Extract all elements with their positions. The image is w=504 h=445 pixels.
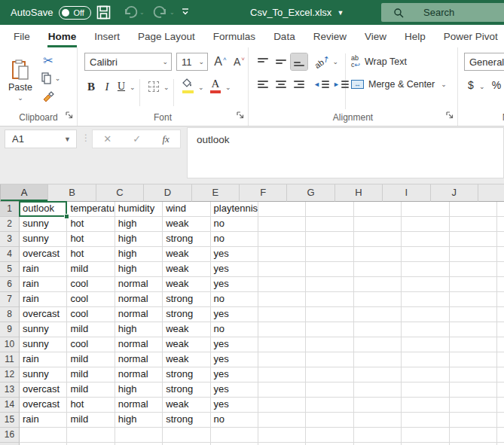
cell-J13[interactable] [450, 383, 497, 398]
cell-F16[interactable] [258, 428, 306, 443]
cell-K8[interactable] [497, 307, 504, 322]
column-header-F[interactable]: F [240, 184, 287, 202]
cell-K10[interactable] [497, 337, 504, 352]
cell-I4[interactable] [402, 247, 449, 262]
cell-J9[interactable] [450, 322, 497, 337]
cell-I7[interactable] [402, 292, 449, 307]
cell-A10[interactable]: sunny [20, 337, 67, 352]
cell-G3[interactable] [306, 232, 353, 247]
cell-I9[interactable] [402, 322, 449, 337]
cell-E1[interactable]: playtennis [211, 202, 258, 217]
cell-K15[interactable] [497, 413, 504, 428]
cell-J6[interactable] [450, 277, 497, 292]
cell-G16[interactable] [306, 428, 353, 443]
autosave-toggle[interactable]: Off [59, 6, 90, 20]
increase-font-size-button[interactable]: A˄ [212, 53, 229, 71]
cell-J12[interactable] [450, 367, 497, 383]
formula-bar-drag-handle[interactable]: ⋮ [81, 133, 90, 143]
cell-D9[interactable]: weak [163, 322, 210, 337]
fill-handle[interactable] [64, 214, 69, 219]
merge-center-button[interactable]: ↔ Merge & Center ⌄ [351, 76, 452, 93]
cut-button[interactable]: ✂ [39, 52, 57, 69]
cell-H1[interactable] [354, 202, 402, 217]
tab-view[interactable]: View [356, 25, 396, 47]
cell-D14[interactable]: weak [163, 398, 210, 413]
save-button[interactable] [96, 5, 111, 20]
cell-F4[interactable] [258, 247, 306, 262]
cell-C3[interactable]: high [115, 232, 163, 247]
cell-C16[interactable] [115, 428, 163, 443]
cell-J2[interactable] [450, 217, 497, 232]
column-header-B[interactable]: B [48, 184, 96, 202]
bold-button[interactable]: B [84, 78, 99, 96]
cell-I16[interactable] [402, 428, 449, 443]
cell-I15[interactable] [402, 413, 449, 428]
cancel-icon[interactable]: ✕ [103, 133, 111, 145]
tab-power-pivot[interactable]: Power Pivot [435, 25, 504, 47]
cell-G6[interactable] [306, 277, 353, 292]
cell-B10[interactable]: cool [67, 337, 115, 352]
cell-E12[interactable]: yes [211, 367, 258, 383]
cell-A9[interactable]: sunny [20, 322, 67, 337]
cell-G11[interactable] [306, 352, 353, 367]
cell-K11[interactable] [497, 352, 504, 367]
cell-H12[interactable] [354, 367, 402, 383]
cell-D4[interactable]: weak [163, 247, 210, 262]
cell-H14[interactable] [354, 398, 402, 413]
cell-C4[interactable]: high [115, 247, 163, 262]
cell-C11[interactable]: normal [115, 352, 163, 367]
cell-C13[interactable]: high [115, 383, 163, 398]
cell-G15[interactable] [306, 413, 353, 428]
cell-C14[interactable]: normal [115, 398, 163, 413]
select-all-button[interactable] [0, 184, 1, 202]
cell-D6[interactable]: weak [163, 277, 210, 292]
cell-H5[interactable] [354, 262, 402, 277]
cell-E16[interactable] [211, 428, 258, 443]
cell-F7[interactable] [258, 292, 306, 307]
cell-C12[interactable]: normal [115, 367, 163, 383]
cell-J10[interactable] [450, 337, 497, 352]
cell-H4[interactable] [354, 247, 402, 262]
font-dialog-launcher[interactable] [237, 108, 244, 122]
cell-F1[interactable] [258, 202, 306, 217]
accounting-format-button[interactable]: $ [464, 76, 478, 94]
cell-K7[interactable] [497, 292, 504, 307]
cell-B13[interactable]: mild [67, 383, 115, 398]
cell-G10[interactable] [306, 337, 353, 352]
name-box[interactable]: A1 ▼ [5, 130, 77, 148]
borders-button[interactable] [145, 78, 162, 96]
copy-button[interactable]: ⌄ [38, 70, 63, 87]
row-header-10[interactable]: 10 [0, 337, 20, 352]
tab-help[interactable]: Help [396, 25, 435, 47]
column-header-G[interactable]: G [287, 184, 334, 202]
cell-B15[interactable]: mild [67, 413, 115, 428]
cell-I13[interactable] [402, 383, 449, 398]
align-right-button[interactable] [291, 76, 307, 93]
cell-A6[interactable]: rain [20, 277, 67, 292]
row-header-6[interactable]: 6 [0, 277, 20, 292]
tab-data[interactable]: Data [264, 25, 304, 47]
cell-C8[interactable]: normal [115, 307, 163, 322]
cell-J11[interactable] [450, 352, 497, 367]
cell-G5[interactable] [306, 262, 353, 277]
cell-G12[interactable] [306, 367, 353, 383]
cell-J14[interactable] [450, 398, 497, 413]
cell-C6[interactable]: normal [115, 277, 163, 292]
cell-B5[interactable]: mild [67, 262, 115, 277]
cell-E15[interactable]: no [211, 413, 258, 428]
cell-C9[interactable]: high [115, 322, 163, 337]
font-color-button[interactable]: A [207, 76, 224, 96]
cell-H7[interactable] [354, 292, 402, 307]
cell-K4[interactable] [497, 247, 504, 262]
cell-K6[interactable] [497, 277, 504, 292]
cell-D8[interactable]: strong [163, 307, 210, 322]
cell-B12[interactable]: mild [67, 367, 115, 383]
cell-K3[interactable] [497, 232, 504, 247]
row-header-7[interactable]: 7 [0, 292, 20, 307]
undo-button[interactable]: ⌄ [123, 5, 145, 20]
cell-I10[interactable] [402, 337, 449, 352]
cell-K12[interactable] [497, 367, 504, 383]
cell-J7[interactable] [450, 292, 497, 307]
cell-B7[interactable]: cool [67, 292, 115, 307]
cell-K5[interactable] [497, 262, 504, 277]
